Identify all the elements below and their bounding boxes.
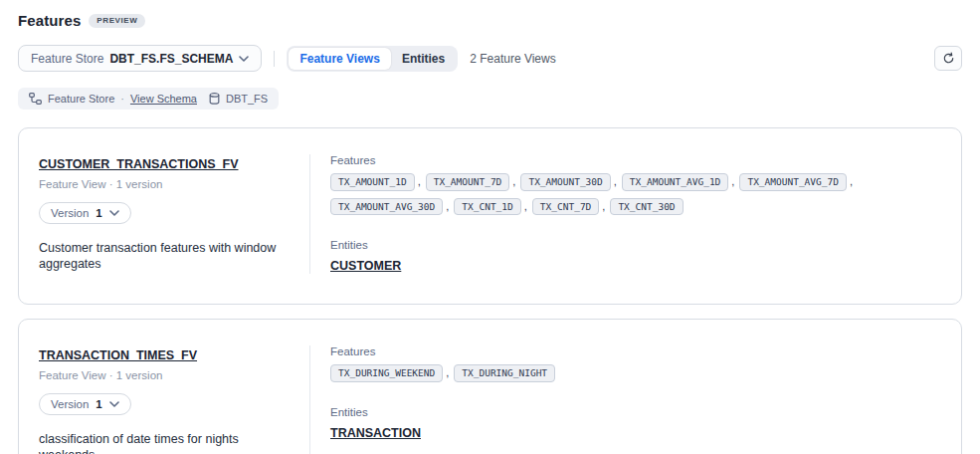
entity-link[interactable]: TRANSACTION: [330, 426, 421, 440]
view-schema-link[interactable]: View Schema: [130, 93, 197, 105]
entity-link-list: CUSTOMER: [330, 251, 941, 274]
feature-chip: TX_DURING_WEEKEND: [330, 364, 443, 382]
chip-separator: ,: [446, 201, 449, 212]
database-icon: [209, 93, 220, 105]
feature-view-card: TRANSACTION_TIMES_FV Feature View · 1 ve…: [18, 319, 962, 454]
version-value: 1: [96, 207, 101, 219]
preview-badge: PREVIEW: [89, 14, 145, 28]
chip-separator: ,: [850, 176, 853, 187]
version-dropdown[interactable]: Version 1: [39, 202, 131, 224]
feature-views-count: 2 Feature Views: [470, 52, 556, 66]
features-label: Features: [330, 154, 941, 166]
feature-chip: TX_AMOUNT_7D: [426, 173, 510, 191]
feature-chip: TX_AMOUNT_1D: [330, 173, 415, 191]
card-summary: TRANSACTION_TIMES_FV Feature View · 1 ve…: [39, 345, 309, 454]
entity-link-list: TRANSACTION: [330, 418, 941, 441]
feature-chip: TX_AMOUNT_AVG_7D: [739, 173, 847, 191]
feature-chip: TX_AMOUNT_AVG_1D: [622, 173, 729, 191]
feature-view-meta: Feature View · 1 version: [39, 369, 294, 381]
refresh-button[interactable]: [934, 46, 962, 71]
feature-store-label: Feature Store: [31, 52, 103, 66]
page-header: Features PREVIEW: [18, 12, 962, 29]
card-details: Features TX_AMOUNT_1D,TX_AMOUNT_7D,TX_AM…: [309, 154, 941, 274]
view-switcher: Feature Views Entities: [287, 46, 458, 72]
feature-view-card: CUSTOMER_TRANSACTIONS_FV Feature View · …: [18, 127, 962, 305]
chevron-down-icon: [239, 56, 249, 62]
version-label: Version: [51, 398, 89, 410]
feature-chip-list: TX_AMOUNT_1D,TX_AMOUNT_7D,TX_AMOUNT_30D,…: [330, 173, 941, 215]
refresh-icon: [942, 52, 955, 65]
version-value: 1: [96, 398, 101, 410]
feature-view-title-link[interactable]: CUSTOMER_TRANSACTIONS_FV: [39, 157, 238, 171]
card-summary: CUSTOMER_TRANSACTIONS_FV Feature View · …: [39, 154, 309, 274]
feature-chip: TX_DURING_NIGHT: [454, 364, 555, 382]
breadcrumb-separator: ·: [120, 93, 124, 105]
version-label: Version: [51, 207, 89, 219]
feature-store-dropdown[interactable]: Feature Store DBT_FS.FS_SCHEMA: [18, 45, 262, 72]
tab-feature-views[interactable]: Feature Views: [289, 48, 390, 70]
entity-link[interactable]: CUSTOMER: [330, 259, 401, 273]
features-label: Features: [330, 345, 941, 357]
breadcrumb-store-label: Feature Store: [48, 93, 114, 105]
chip-separator: ,: [602, 201, 605, 212]
feature-view-meta: Feature View · 1 version: [39, 178, 294, 190]
tab-entities[interactable]: Entities: [391, 48, 456, 70]
entities-block: Entities CUSTOMER: [330, 239, 941, 274]
chevron-down-icon: [109, 401, 119, 407]
feature-chip: TX_CNT_1D: [454, 198, 520, 216]
features-page: Features PREVIEW Feature Store DBT_FS.FS…: [0, 0, 980, 454]
entities-label: Entities: [330, 239, 941, 251]
feature-chip: TX_AMOUNT_30D: [520, 173, 610, 191]
schema-icon: [29, 93, 42, 105]
chip-separator: ,: [446, 367, 449, 378]
feature-view-cards: CUSTOMER_TRANSACTIONS_FV Feature View · …: [18, 127, 962, 454]
card-details: Features TX_DURING_WEEKEND,TX_DURING_NIG…: [309, 345, 941, 454]
feature-chip: TX_CNT_30D: [610, 198, 683, 216]
breadcrumb: Feature Store · View Schema DBT_FS: [18, 88, 279, 110]
toolbar-divider: [274, 51, 275, 67]
toolbar: Feature Store DBT_FS.FS_SCHEMA Feature V…: [18, 45, 962, 72]
feature-chip-list: TX_DURING_WEEKEND,TX_DURING_NIGHT: [330, 364, 941, 382]
feature-chip: TX_CNT_7D: [532, 198, 599, 216]
version-dropdown[interactable]: Version 1: [39, 393, 131, 415]
chevron-down-icon: [109, 210, 119, 216]
feature-chip: TX_AMOUNT_AVG_30D: [330, 198, 443, 216]
chip-separator: ,: [524, 201, 527, 212]
entities-block: Entities TRANSACTION: [330, 406, 941, 441]
chip-separator: ,: [418, 176, 421, 187]
feature-view-description: Customer transaction features with windo…: [39, 240, 294, 273]
feature-view-title-link[interactable]: TRANSACTION_TIMES_FV: [39, 348, 197, 362]
page-title: Features: [18, 12, 81, 29]
chip-separator: ,: [512, 176, 515, 187]
entities-label: Entities: [330, 406, 941, 418]
breadcrumb-database: DBT_FS: [226, 93, 268, 105]
feature-store-value: DBT_FS.FS_SCHEMA: [109, 52, 233, 66]
feature-view-description: classification of date times for nights …: [39, 431, 294, 454]
chip-separator: ,: [731, 176, 734, 187]
chip-separator: ,: [614, 176, 617, 187]
